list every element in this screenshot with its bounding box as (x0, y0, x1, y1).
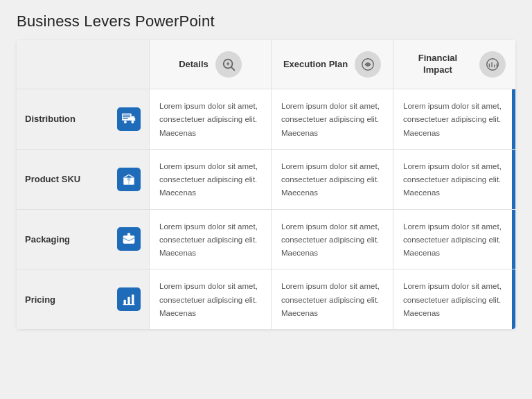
details-icon (215, 51, 242, 78)
financial-icon (479, 51, 506, 78)
row-label-1: Product SKU (25, 174, 80, 184)
row-label-cell-2: Packaging (17, 210, 150, 269)
data-cell-2-financial: Lorem ipsum dolor sit amet, consectetuer… (393, 210, 515, 269)
cell-text-3-execution: Lorem ipsum dolor sit amet, consectetuer… (281, 282, 380, 317)
data-cell-2-execution: Lorem ipsum dolor sit amet, consectetuer… (272, 210, 393, 269)
row-label-0: Distribution (25, 114, 76, 124)
data-cell-2-details: Lorem ipsum dolor sit amet, consectetuer… (150, 210, 272, 269)
svg-point-12 (132, 121, 134, 123)
header-details: Details (150, 40, 272, 89)
row-label-3: Pricing (25, 294, 55, 305)
header-empty-cell (17, 40, 150, 89)
data-cell-1-details: Lorem ipsum dolor sit amet, consectetuer… (150, 150, 272, 209)
svg-rect-19 (124, 300, 126, 305)
data-cell-3-execution: Lorem ipsum dolor sit amet, consectetuer… (272, 269, 393, 329)
data-cell-1-financial: Lorem ipsum dolor sit amet, consectetuer… (393, 150, 515, 209)
row-icon-1 (117, 168, 141, 191)
main-table: Details Execution Plan (17, 40, 515, 329)
cell-text-0-financial: Lorem ipsum dolor sit amet, consectetuer… (403, 102, 502, 137)
row-label-cell-1: Product SKU (17, 150, 150, 209)
row-icon-0 (117, 107, 141, 131)
row-label-cell-0: Distribution (17, 89, 150, 149)
svg-point-5 (366, 63, 369, 66)
execution-icon (355, 51, 381, 78)
cell-text-3-details: Lorem ipsum dolor sit amet, consectetuer… (159, 282, 258, 317)
cell-text-2-financial: Lorem ipsum dolor sit amet, consectetuer… (403, 222, 502, 258)
svg-rect-21 (132, 294, 134, 304)
row-label-cell-3: Pricing (17, 269, 150, 329)
svg-rect-20 (127, 297, 130, 305)
cell-text-1-execution: Lorem ipsum dolor sit amet, consectetuer… (281, 162, 380, 197)
cell-text-2-details: Lorem ipsum dolor sit amet, consectetuer… (159, 222, 258, 258)
cell-text-1-financial: Lorem ipsum dolor sit amet, consectetuer… (403, 162, 502, 197)
page-title: Business Levers PowerPoint (17, 12, 515, 30)
svg-rect-18 (127, 233, 130, 237)
data-cell-1-execution: Lorem ipsum dolor sit amet, consectetuer… (272, 150, 393, 209)
cell-text-0-execution: Lorem ipsum dolor sit amet, consectetuer… (281, 102, 380, 137)
data-cell-3-financial: Lorem ipsum dolor sit amet, consectetuer… (393, 269, 515, 329)
cell-text-3-financial: Lorem ipsum dolor sit amet, consectetuer… (403, 282, 502, 317)
row-icon-2 (117, 227, 141, 251)
header-financial: Financial Impact (393, 40, 515, 89)
table-header: Details Execution Plan (17, 40, 515, 89)
data-cell-0-execution: Lorem ipsum dolor sit amet, consectetuer… (272, 89, 393, 149)
cell-text-2-execution: Lorem ipsum dolor sit amet, consectetuer… (281, 222, 380, 258)
svg-line-1 (231, 67, 234, 70)
table-body: Distribution Lorem ipsum dolor sit amet,… (17, 89, 515, 329)
svg-rect-10 (131, 116, 135, 121)
page: Business Levers PowerPoint Details Execu… (0, 0, 532, 399)
table-row: Distribution Lorem ipsum dolor sit amet,… (17, 89, 515, 150)
data-cell-0-financial: Lorem ipsum dolor sit amet, consectetuer… (393, 89, 515, 149)
svg-point-11 (124, 121, 127, 123)
table-row: Product SKU Lorem ipsum dolor sit amet, … (17, 150, 515, 210)
data-cell-0-details: Lorem ipsum dolor sit amet, consectetuer… (150, 89, 272, 149)
header-execution: Execution Plan (272, 40, 393, 89)
data-cell-3-details: Lorem ipsum dolor sit amet, consectetuer… (150, 269, 272, 329)
svg-rect-16 (127, 177, 131, 180)
table-row: Pricing Lorem ipsum dolor sit amet, cons… (17, 269, 515, 329)
row-label-2: Packaging (25, 234, 70, 245)
table-row: Packaging Lorem ipsum dolor sit amet, co… (17, 210, 515, 270)
cell-text-1-details: Lorem ipsum dolor sit amet, consectetuer… (159, 162, 258, 197)
row-icon-3 (117, 287, 141, 311)
cell-text-0-details: Lorem ipsum dolor sit amet, consectetuer… (159, 102, 258, 137)
